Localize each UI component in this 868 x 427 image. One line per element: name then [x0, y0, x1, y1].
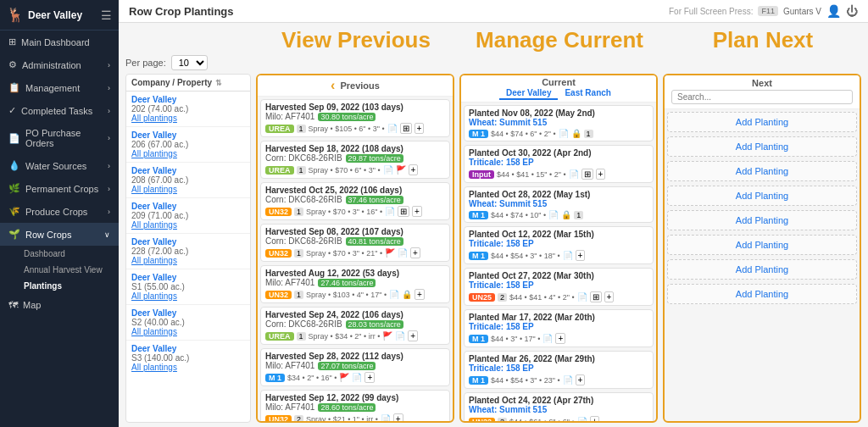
add-planting-button[interactable]: Add Planting — [667, 136, 857, 157]
harvest-date: Harvested Sep 09, 2022 (103 days) — [265, 103, 445, 112]
doc-icon[interactable]: 📄 — [542, 334, 553, 343]
property-link[interactable]: All plantings — [131, 149, 245, 158]
tag-num: 2 — [498, 293, 507, 302]
sidebar-item-management[interactable]: 📋 Management › — [0, 76, 119, 99]
doc-icon[interactable]: 📄 — [577, 417, 587, 421]
add-planting-button[interactable]: Add Planting — [667, 235, 857, 255]
property-link[interactable]: All plantings — [131, 256, 245, 265]
property-link[interactable]: All plantings — [131, 327, 245, 336]
add-btn[interactable]: + — [410, 247, 420, 258]
sidebar-item-completed-tasks[interactable]: ✓ Completed Tasks › — [0, 99, 119, 122]
sidebar-item-administration[interactable]: ⚙ Administration › — [0, 53, 119, 76]
sidebar-sub-item-annual-harvest[interactable]: Annual Harvest View — [0, 262, 119, 278]
doc-icon[interactable]: 📄 — [381, 414, 391, 421]
sidebar-item-main-dashboard[interactable]: ⊞ Main Dashboard — [0, 30, 119, 53]
doc-icon[interactable]: 📄 — [352, 373, 362, 382]
doc-icon[interactable]: 📄 — [398, 248, 408, 258]
sidebar-item-water-sources[interactable]: 💧 Water Sources › — [0, 154, 119, 177]
doc-icon[interactable]: 📄 — [395, 331, 405, 341]
sidebar-item-map[interactable]: 🗺 Map — [0, 294, 119, 316]
add-btn[interactable]: + — [604, 291, 615, 302]
add-btn[interactable]: + — [412, 206, 422, 217]
current-entry[interactable]: Planted Oct 12, 2022 (Mar 15th) Tritical… — [464, 226, 654, 264]
current-entry[interactable]: Planted Oct 30, 2022 (Apr 2nd) Triticale… — [464, 145, 654, 183]
planting-entry[interactable]: Harvested Sep 12, 2022 (99 days) Milo: A… — [260, 390, 450, 421]
add-btn[interactable]: + — [415, 289, 425, 300]
flag-icon[interactable]: 🚩 — [385, 248, 395, 258]
add-btn[interactable]: + — [415, 123, 425, 134]
add-btn[interactable]: + — [576, 374, 586, 385]
search-input[interactable] — [671, 90, 853, 104]
hamburger-icon[interactable]: ☰ — [101, 8, 112, 22]
tag-num: 1 — [294, 291, 303, 299]
planting-entry[interactable]: Harvested Aug 12, 2022 (53 days) Milo: A… — [260, 265, 450, 303]
lock-icon[interactable]: 🔒 — [561, 210, 571, 219]
current-entry[interactable]: Planted Oct 27, 2022 (Mar 30th) Tritical… — [464, 268, 654, 306]
grid-btn[interactable]: ⊞ — [581, 169, 593, 180]
per-page-select[interactable]: 10 25 50 — [171, 55, 208, 70]
add-btn[interactable]: + — [393, 413, 403, 421]
grid-btn[interactable]: ⊞ — [590, 291, 602, 302]
planting-entry[interactable]: Harvested Sep 08, 2022 (107 days) Corn: … — [260, 224, 450, 262]
planting-entry[interactable]: Harvested Sep 24, 2022 (106 days) Corn: … — [260, 307, 450, 345]
doc-icon[interactable]: 📄 — [385, 207, 395, 216]
sidebar-item-produce-crops[interactable]: 🌾 Produce Crops › — [0, 200, 119, 223]
add-planting-button[interactable]: Add Planting — [667, 161, 857, 181]
lock-icon[interactable]: 🔒 — [402, 290, 412, 299]
add-btn[interactable]: + — [409, 164, 419, 175]
add-btn[interactable]: + — [408, 330, 418, 341]
doc-icon[interactable]: 📄 — [383, 165, 393, 175]
add-planting-button[interactable]: Add Planting — [667, 259, 857, 280]
planting-entry[interactable]: Harvested Sep 09, 2022 (103 days) Milo: … — [260, 99, 450, 137]
lock-icon[interactable]: 🔒 — [571, 129, 581, 138]
current-entry[interactable]: Planted Oct 24, 2022 (Apr 27th) Wheat: S… — [464, 392, 654, 421]
doc-icon[interactable]: 📄 — [559, 129, 569, 138]
tab-deer-valley[interactable]: Deer Valley — [499, 87, 558, 100]
doc-icon[interactable]: 📄 — [577, 292, 587, 302]
chevron-right-icon: › — [108, 185, 110, 193]
current-entry[interactable]: Planted Mar 26, 2022 (Mar 29th) Tritical… — [464, 351, 654, 389]
doc-icon[interactable]: 📄 — [389, 290, 399, 299]
add-planting-button[interactable]: Add Planting — [667, 284, 857, 304]
add-planting-button[interactable]: Add Planting — [667, 186, 857, 206]
power-icon[interactable]: ⏻ — [846, 4, 858, 18]
property-link[interactable]: All plantings — [131, 291, 245, 301]
property-link[interactable]: All plantings — [131, 114, 245, 123]
flag-icon[interactable]: 🚩 — [339, 373, 349, 382]
planting-entry[interactable]: Harvested Oct 25, 2022 (106 days) Corn: … — [260, 182, 450, 220]
current-entry[interactable]: Planted Oct 28, 2022 (May 1st) Wheat: Su… — [464, 186, 654, 223]
planting-entry[interactable]: Harvested Sep 18, 2022 (108 days) Corn: … — [260, 141, 450, 179]
sidebar-item-permanent-crops[interactable]: 🌿 Permanent Crops › — [0, 177, 119, 200]
nav-prev-icon[interactable]: ‹ — [331, 78, 335, 93]
doc-icon[interactable]: 📄 — [569, 169, 579, 179]
doc-icon[interactable]: 📄 — [563, 375, 573, 385]
add-btn[interactable]: + — [576, 250, 586, 261]
current-entry[interactable]: Planted Mar 17, 2022 (Mar 20th) Tritical… — [464, 309, 654, 347]
sidebar-item-purchase-orders[interactable]: 📄 PO Purchase Orders › — [0, 122, 119, 154]
add-planting-button[interactable]: Add Planting — [667, 210, 857, 230]
flag-icon[interactable]: 🚩 — [382, 331, 392, 341]
add-btn[interactable]: + — [590, 416, 600, 421]
sidebar-sub-item-plantings[interactable]: Plantings — [0, 278, 119, 294]
sidebar-item-row-crops[interactable]: 🌱 Row Crops ∨ — [0, 223, 119, 246]
planting-entry[interactable]: Harvested Sep 28, 2022 (112 days) Milo: … — [260, 348, 450, 386]
add-btn[interactable]: + — [596, 169, 606, 180]
sort-icon[interactable]: ⇅ — [215, 79, 222, 87]
current-entry[interactable]: Planted Nov 08, 2022 (May 2nd) Wheat: Su… — [464, 105, 654, 141]
property-link[interactable]: All plantings — [131, 363, 245, 372]
current-panel-content: Planted Nov 08, 2022 (May 2nd) Wheat: Su… — [461, 103, 656, 421]
doc-icon[interactable]: 📄 — [548, 210, 559, 219]
grid-btn[interactable]: ⊞ — [400, 123, 412, 134]
doc-icon[interactable]: 📄 — [387, 124, 398, 133]
add-btn[interactable]: + — [555, 333, 565, 344]
sidebar-sub-item-dashboard[interactable]: Dashboard — [0, 246, 119, 262]
add-btn[interactable]: + — [364, 372, 375, 383]
add-planting-button[interactable]: Add Planting — [667, 112, 857, 132]
grid-btn[interactable]: ⊞ — [398, 206, 409, 217]
property-link[interactable]: All plantings — [131, 220, 245, 230]
flag-icon[interactable]: 🚩 — [396, 165, 406, 175]
detail-text: $44 • $41 • 4" • 2" • — [509, 293, 575, 302]
property-link[interactable]: All plantings — [131, 185, 245, 194]
tab-east-ranch[interactable]: East Ranch — [558, 87, 617, 100]
doc-icon[interactable]: 📄 — [563, 251, 573, 260]
